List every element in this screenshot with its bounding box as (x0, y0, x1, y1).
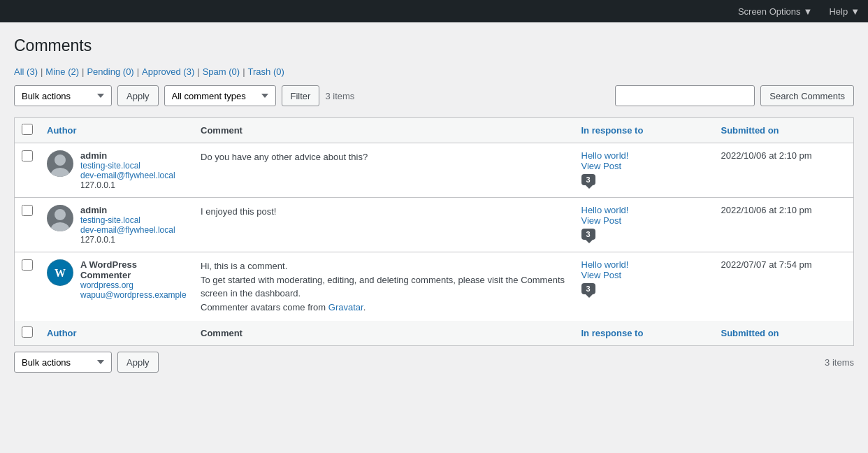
gravatar-link[interactable]: Gravatar (328, 302, 363, 312)
select-all-footer[interactable] (15, 321, 41, 346)
page-title: Comments (14, 36, 854, 55)
submitted-cell-3: 2022/07/07 at 7:54 pm (714, 252, 854, 322)
separator-4: | (197, 66, 199, 77)
tablenav-top: Bulk actions Apply All comment types Fil… (14, 85, 354, 106)
response-title-2[interactable]: Hello world! (581, 205, 707, 215)
screen-options-button[interactable]: Screen Options ▼ (730, 0, 820, 22)
col-response-footer[interactable]: In response to (574, 321, 714, 346)
col-submitted-header[interactable]: Submitted on (714, 118, 854, 143)
bulk-actions-select-bottom[interactable]: Bulk actions (14, 352, 112, 373)
filter-approved-link[interactable]: Approved (3) (142, 66, 194, 77)
table-row: admin testing-site.local dev-email@flywh… (15, 198, 854, 252)
col-author-footer[interactable]: Author (40, 321, 194, 346)
response-title-1[interactable]: Hello world! (581, 150, 707, 161)
search-comments-wrapper: Search Comments (615, 85, 854, 106)
author-site-1[interactable]: testing-site.local (80, 161, 175, 171)
filter-spam-count: (0) (229, 66, 240, 77)
svg-point-3 (51, 222, 69, 231)
separator-1: | (41, 66, 43, 77)
search-comments-button[interactable]: Search Comments (760, 85, 854, 106)
top-controls: Bulk actions Apply All comment types Fil… (14, 85, 854, 112)
author-site-2[interactable]: testing-site.local (80, 215, 175, 225)
select-all-checkbox-footer[interactable] (22, 326, 33, 338)
filter-approved-label: Approved (142, 66, 181, 77)
author-email-2[interactable]: dev-email@flywheel.local (80, 225, 175, 235)
separator-3: | (137, 66, 139, 77)
col-author-header[interactable]: Author (40, 118, 194, 143)
submitted-date-1: 2022/10/06 at 2:10 pm (721, 150, 812, 161)
bulk-actions-select-top[interactable]: Bulk actions (14, 85, 112, 106)
filter-pending: Pending (0) (87, 66, 133, 77)
row-checkbox-2[interactable] (22, 205, 33, 216)
col-comment-header: Comment (194, 118, 574, 143)
filter-spam-link[interactable]: Spam (0) (203, 66, 240, 77)
comment-text-1: Do you have any other advice about this? (201, 150, 567, 164)
comment-cell-3: Hi, this is a comment. To get started wi… (194, 252, 574, 322)
author-cell-3: W A WordPress Commenter wordpress.org wa… (40, 252, 194, 322)
filter-all-count: (3) (27, 66, 38, 77)
submitted-date-3: 2022/07/07 at 7:54 pm (721, 259, 812, 270)
response-link-2: Hello world! View Post 3 (581, 205, 707, 240)
filter-spam-label: Spam (203, 66, 226, 77)
comment-badge-2: 3 (581, 229, 595, 240)
avatar-2 (47, 205, 73, 231)
filter-approved: Approved (3) (142, 66, 194, 77)
author-avatar-wrapper-2: admin testing-site.local dev-email@flywh… (47, 205, 187, 245)
submitted-date-2: 2022/10/06 at 2:10 pm (721, 205, 812, 215)
row-checkbox-cell-1 (15, 143, 41, 198)
filter-mine: Mine (2) (45, 66, 79, 77)
comment-badge-3: 3 (581, 283, 595, 294)
author-email-3[interactable]: wapuu@wordpress.example (80, 290, 187, 300)
screen-options-chevron-icon: ▼ (804, 6, 813, 17)
author-name-2: admin (80, 205, 175, 215)
select-all-checkbox[interactable] (22, 124, 33, 135)
col-submitted-footer[interactable]: Submitted on (714, 321, 854, 346)
table-footer-row: Author Comment In response to Submitted … (15, 321, 854, 346)
table-row: admin testing-site.local dev-email@flywh… (15, 143, 854, 198)
row-checkbox-1[interactable] (22, 150, 33, 161)
apply-button-bottom[interactable]: Apply (117, 352, 159, 373)
author-site-3[interactable]: wordpress.org (80, 280, 187, 290)
filter-trash-link[interactable]: Trash (0) (248, 66, 284, 77)
table-row: W A WordPress Commenter wordpress.org wa… (15, 252, 854, 322)
col-comment-footer: Comment (194, 321, 574, 346)
filter-button[interactable]: Filter (282, 85, 320, 106)
select-all-header[interactable] (15, 118, 41, 143)
avatar-1 (47, 150, 73, 177)
response-cell-3: Hello world! View Post 3 (574, 252, 714, 322)
row-checkbox-cell-3 (15, 252, 41, 322)
filter-pending-count: (0) (123, 66, 134, 77)
table-header-row: Author Comment In response to Submitted … (15, 118, 854, 143)
filter-links: All (3) | Mine (2) | Pending (0) | Appro… (14, 66, 854, 77)
separator-2: | (82, 66, 84, 77)
help-label: Help (829, 6, 848, 17)
filter-mine-count: (2) (68, 66, 79, 77)
apply-button-top[interactable]: Apply (117, 85, 159, 106)
comment-type-select[interactable]: All comment types (164, 85, 276, 106)
row-checkbox-cell-2 (15, 198, 41, 252)
page-wrapper: Comments All (3) | Mine (2) | Pending (0… (0, 22, 868, 387)
col-response-header[interactable]: In response to (574, 118, 714, 143)
row-checkbox-3[interactable] (22, 259, 33, 271)
help-button[interactable]: Help ▼ (820, 0, 868, 22)
author-name-3: A WordPress Commenter (80, 259, 187, 280)
svg-point-0 (55, 154, 66, 166)
author-email-1[interactable]: dev-email@flywheel.local (80, 171, 175, 180)
filter-trash-count: (0) (273, 66, 284, 77)
filter-pending-link[interactable]: Pending (0) (87, 66, 133, 77)
tablenav-bottom: Bulk actions Apply 3 items (14, 352, 854, 373)
view-post-link-1[interactable]: View Post (581, 161, 707, 171)
response-title-3[interactable]: Hello world! (581, 259, 707, 270)
author-cell-1: admin testing-site.local dev-email@flywh… (40, 143, 194, 198)
items-count-top: 3 items (325, 91, 354, 101)
help-chevron-icon: ▼ (851, 6, 860, 17)
filter-pending-label: Pending (87, 66, 120, 77)
view-post-link-2[interactable]: View Post (581, 215, 707, 226)
response-link-3: Hello world! View Post 3 (581, 259, 707, 294)
view-post-link-3[interactable]: View Post (581, 270, 707, 280)
comments-table: Author Comment In response to Submitted … (14, 117, 854, 346)
filter-all-link[interactable]: All (3) (14, 66, 38, 77)
filter-mine-link[interactable]: Mine (2) (45, 66, 79, 77)
comment-text-3: Hi, this is a comment. To get started wi… (201, 259, 567, 314)
search-input[interactable] (615, 85, 755, 106)
